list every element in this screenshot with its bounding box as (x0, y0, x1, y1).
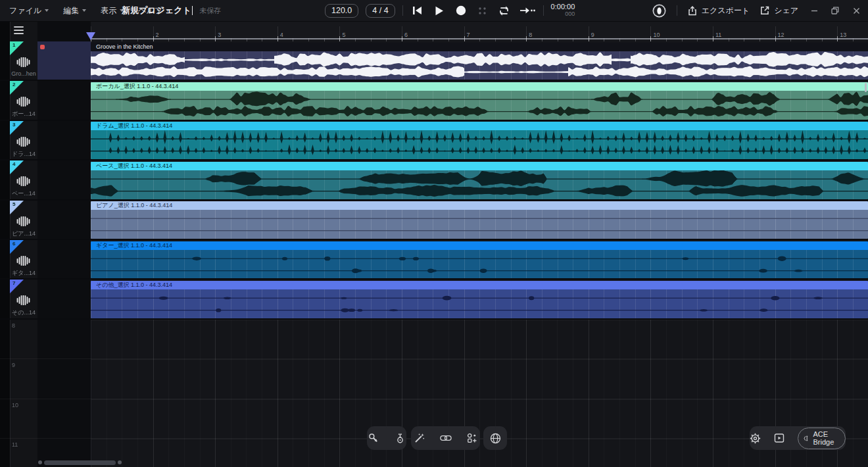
playhead-marker[interactable] (86, 32, 95, 40)
empty-row-number: 11 (12, 441, 18, 448)
metronome-dots-icon (478, 7, 487, 15)
track-arm-cell[interactable] (37, 121, 91, 159)
ruler-tick (153, 36, 154, 41)
track-name[interactable]: ギタ...14 (10, 269, 37, 278)
clip-waveform (91, 130, 868, 159)
audio-clip[interactable]: ベース_選択 1.1.0 - 44.3.414 (91, 162, 868, 199)
track-row: 1Gro...henGroove in the Kitchen (0, 41, 868, 81)
track-name[interactable]: ピア...14 (10, 230, 37, 238)
vertical-scroll-indicator[interactable] (865, 83, 867, 92)
clip-waveform (91, 170, 868, 199)
metronome-button[interactable] (475, 3, 490, 18)
utility-pill: ACE Bridge (750, 426, 846, 450)
scrollbar-right-handle[interactable] (118, 460, 122, 464)
time-signature-box[interactable]: 4 / 4 (366, 4, 395, 18)
share-button[interactable]: シェア (760, 5, 798, 16)
settings-gear-icon[interactable] (750, 432, 761, 444)
tempo-box[interactable]: 120.0 (325, 4, 358, 18)
record-icon (456, 5, 466, 16)
follow-playhead-button[interactable] (519, 3, 536, 18)
time-display[interactable]: 0:00:00 000 (551, 3, 575, 18)
track-name[interactable]: Gro...hen (10, 70, 37, 77)
chevron-down-icon (45, 9, 49, 12)
horizontal-scrollbar[interactable] (38, 459, 124, 466)
ruler-tick (339, 36, 340, 41)
app-window: ファイル 編集 表示 ヘルプ 新規プロジェクト 未保存 120.0 4 / (0, 0, 868, 467)
time-display-sub: 000 (551, 11, 575, 18)
project-title[interactable]: 新規プロジェクト (122, 5, 191, 16)
share-external-icon (760, 6, 769, 15)
track-list-menu-button[interactable] (14, 26, 24, 34)
track-arm-cell[interactable] (37, 160, 91, 199)
audio-clip[interactable]: ピアノ_選択 1.1.0 - 44.3.414 (91, 201, 868, 239)
microphone-icon[interactable] (368, 432, 379, 444)
audio-clip[interactable]: ギター_選択 1.1.0 - 44.3.414 (91, 241, 868, 279)
record-button[interactable] (454, 3, 468, 18)
restore-button[interactable] (830, 5, 840, 16)
scrollbar-thumb[interactable] (44, 460, 116, 465)
track-name[interactable]: ベー...14 (10, 189, 37, 198)
share-label: シェア (774, 5, 798, 16)
audio-clip[interactable]: ボーカル_選択 1.1.0 - 44.3.414 (91, 82, 868, 120)
track-arm-cell[interactable] (37, 280, 91, 318)
tutorial-media-icon[interactable] (774, 432, 784, 444)
clip-waveform (91, 91, 868, 120)
audio-clip[interactable]: その他_選択 1.1.0 - 44.3.414 (91, 281, 868, 318)
grid-add-icon[interactable] (466, 432, 478, 444)
magic-wand-icon[interactable] (414, 432, 425, 444)
audio-clip[interactable]: Groove in the Kitchen (91, 43, 868, 80)
restore-icon (831, 7, 839, 14)
divider (543, 5, 544, 16)
play-button[interactable] (432, 3, 446, 18)
empty-track-row[interactable]: 8 (0, 320, 868, 359)
empty-row-number: 8 (12, 322, 15, 329)
ruler-tick (775, 36, 776, 41)
user-avatar[interactable] (652, 4, 666, 18)
close-button[interactable] (851, 5, 861, 16)
track-name[interactable]: ドラ...14 (10, 150, 37, 159)
track-arm-cell[interactable] (37, 240, 91, 278)
ace-bridge-button[interactable]: ACE Bridge (798, 428, 846, 449)
ruler-bar-number: 2 (156, 32, 159, 38)
row-separator (0, 399, 868, 399)
ace-bridge-label: ACE Bridge (813, 430, 838, 446)
menu-view[interactable]: 表示 (101, 5, 124, 16)
audio-waveform-icon (16, 295, 30, 305)
time-display-primary: 0:00:00 (551, 3, 575, 11)
skip-to-start-button[interactable] (410, 3, 425, 18)
track-row: 4ベー...14ベース_選択 1.1.0 - 44.3.414 (0, 160, 868, 200)
track-name[interactable]: その...14 (10, 308, 37, 317)
audio-waveform-icon (16, 57, 30, 67)
minimize-icon (811, 7, 818, 14)
globe-icon[interactable] (489, 432, 501, 444)
track-row: 6ギタ...14ギター_選択 1.1.0 - 44.3.414 (0, 240, 868, 280)
track-arm-cell[interactable] (37, 41, 91, 80)
track-arm-cell[interactable] (37, 201, 91, 239)
ruler-bar-number: 9 (591, 32, 594, 38)
clip-waveform (91, 250, 868, 279)
ruler-bar-number: 4 (280, 32, 283, 38)
loop-button[interactable] (497, 3, 512, 18)
track-row: 2ボー...14ボーカル_選択 1.1.0 - 44.3.414 (0, 81, 868, 120)
export-button[interactable]: エクスポート (688, 5, 750, 16)
audio-clip[interactable]: ドラム_選択 1.1.0 - 44.3.414 (91, 122, 868, 159)
record-armed-indicator[interactable] (40, 45, 45, 49)
menu-view-label: 表示 (101, 5, 116, 16)
link-icon[interactable] (440, 432, 452, 444)
menu-edit[interactable]: 編集 (63, 5, 86, 16)
instrument-icon[interactable] (394, 432, 406, 444)
clip-label: ギター_選択 1.1.0 - 44.3.414 (91, 241, 868, 250)
clip-waveform (91, 210, 868, 239)
minimize-button[interactable] (809, 5, 819, 16)
track-arm-cell[interactable] (37, 81, 91, 119)
track-name[interactable]: ボー...14 (10, 110, 37, 118)
skip-to-start-icon (412, 6, 422, 15)
ruler-tick (277, 36, 278, 41)
timeline-ruler[interactable]: 2345678910111213 (91, 21, 868, 41)
clip-waveform (91, 289, 868, 318)
scrollbar-left-handle[interactable] (38, 460, 42, 464)
track-number: 2 (12, 82, 15, 87)
empty-track-row[interactable]: 9 (0, 359, 868, 399)
globe-pill (483, 426, 507, 450)
menu-file[interactable]: ファイル (9, 5, 49, 16)
